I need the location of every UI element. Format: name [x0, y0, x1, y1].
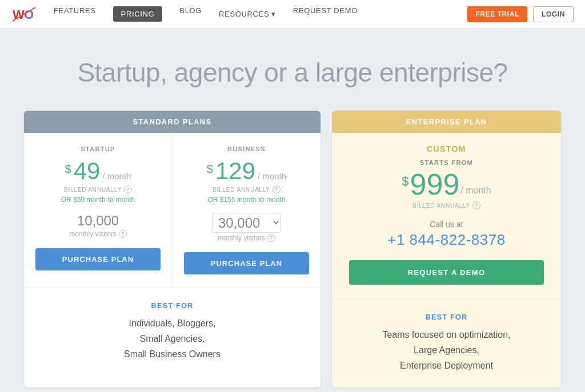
- startup-plan-column: STARTUP $ 49 / month BILLED ANNUALLY ? O…: [24, 133, 173, 287]
- enterprise-best-for-text: Teams focused on optimization,Large Agen…: [349, 327, 544, 374]
- standard-plans-columns: STARTUP $ 49 / month BILLED ANNUALLY ? O…: [24, 133, 320, 288]
- navigation: W O FEATURES PRICING BLOG RESOURCES ▾ RE…: [0, 0, 585, 29]
- enterprise-best-for-label: BEST FOR: [349, 313, 544, 321]
- logo[interactable]: W O: [11, 5, 37, 23]
- startup-visitors: 10,000 monthly visitors ?: [35, 213, 161, 238]
- request-demo-button[interactable]: REQUEST A DEMO: [349, 260, 544, 285]
- enterprise-billed-help-icon[interactable]: ?: [472, 201, 480, 209]
- hero-section: Startup, agency or a large enterprise?: [0, 29, 585, 111]
- startup-monthly-alt: OR $59 month-to-month: [35, 196, 161, 204]
- business-visitors-help-icon[interactable]: ?: [267, 234, 275, 242]
- business-price-amount: 129: [215, 159, 255, 183]
- business-purchase-button[interactable]: PURCHASE PLAN: [184, 252, 309, 274]
- business-visitors: 30,000 50,000 100,000 monthly visitors ?: [184, 213, 309, 242]
- enterprise-phone-number: +1 844-822-8378: [349, 231, 544, 249]
- hero-title: Startup, agency or a large enterprise?: [11, 57, 574, 88]
- startup-price: $ 49 / month: [35, 159, 161, 183]
- login-button[interactable]: LOGIN: [533, 6, 574, 22]
- nav-features[interactable]: FEATURES: [54, 6, 96, 22]
- nav-request-demo[interactable]: REQUEST DEMO: [293, 6, 358, 22]
- startup-billed: BILLED ANNUALLY ?: [35, 185, 161, 193]
- standard-plans-card: STANDARD PLANS STARTUP $ 49 / month BILL…: [24, 111, 320, 387]
- nav-right-actions: FREE TRIAL LOGIN: [467, 6, 574, 22]
- enterprise-best-for-section: BEST FOR Teams focused on optimization,L…: [332, 299, 561, 387]
- pricing-section: STANDARD PLANS STARTUP $ 49 / month BILL…: [13, 111, 572, 392]
- business-price-dollar: $: [207, 163, 213, 176]
- free-trial-button[interactable]: FREE TRIAL: [467, 6, 527, 22]
- business-visitors-dropdown[interactable]: 30,000 50,000 100,000: [212, 213, 281, 233]
- startup-price-amount: 49: [74, 159, 101, 183]
- startup-purchase-button[interactable]: PURCHASE PLAN: [35, 248, 161, 270]
- startup-visitors-count: 10,000: [35, 213, 161, 229]
- business-price-period: / month: [258, 171, 286, 181]
- standard-best-for-section: BEST FOR Individuals, Bloggers,Small Age…: [24, 288, 320, 376]
- business-billed-help-icon[interactable]: ?: [273, 185, 281, 193]
- chevron-down-icon: ▾: [271, 10, 276, 18]
- business-visitors-label: monthly visitors ?: [184, 234, 309, 242]
- business-plan-column: BUSINESS $ 129 / month BILLED ANNUALLY ?…: [173, 133, 320, 287]
- startup-visitors-help-icon[interactable]: ?: [119, 230, 127, 238]
- enterprise-billed: BILLED ANNUALLY ?: [349, 201, 544, 209]
- enterprise-plan-card: ENTERPRISE PLAN CUSTOM STARTS FROM $ 999…: [332, 111, 561, 387]
- business-visitors-select: 30,000 50,000 100,000: [184, 213, 309, 233]
- enterprise-price: $ 999 / month: [349, 169, 544, 199]
- startup-price-dollar: $: [65, 163, 71, 176]
- startup-billed-help-icon[interactable]: ?: [124, 185, 132, 193]
- business-price: $ 129 / month: [184, 159, 309, 183]
- standard-plans-header: STANDARD PLANS: [24, 111, 320, 133]
- enterprise-custom-label: CUSTOM: [349, 144, 544, 153]
- business-billed: BILLED ANNUALLY ?: [184, 185, 309, 193]
- business-plan-name: BUSINESS: [184, 146, 309, 152]
- nav-resources[interactable]: RESOURCES ▾: [219, 6, 276, 22]
- startup-visitors-label: monthly visitors ?: [35, 230, 161, 238]
- nav-links: FEATURES PRICING BLOG RESOURCES ▾ REQUES…: [54, 6, 467, 22]
- startup-plan-name: STARTUP: [35, 146, 161, 152]
- enterprise-call-text: Call us at: [349, 220, 544, 229]
- standard-best-for-label: BEST FOR: [41, 301, 303, 310]
- enterprise-starts-from: STARTS FROM: [349, 159, 544, 166]
- enterprise-price-dollar: $: [402, 174, 408, 189]
- enterprise-plan-header: ENTERPRISE PLAN: [332, 111, 561, 133]
- business-monthly-alt: OR $155 month-to-month: [184, 196, 309, 204]
- nav-pricing[interactable]: PRICING: [113, 6, 163, 22]
- enterprise-price-amount: 999: [410, 169, 460, 199]
- standard-best-for-text: Individuals, Bloggers,Small Agencies,Sma…: [41, 316, 303, 362]
- enterprise-top-section: CUSTOM STARTS FROM $ 999 / month BILLED …: [332, 133, 561, 299]
- enterprise-price-period: / month: [460, 185, 491, 196]
- startup-price-period: / month: [102, 171, 131, 181]
- nav-blog[interactable]: BLOG: [179, 6, 202, 22]
